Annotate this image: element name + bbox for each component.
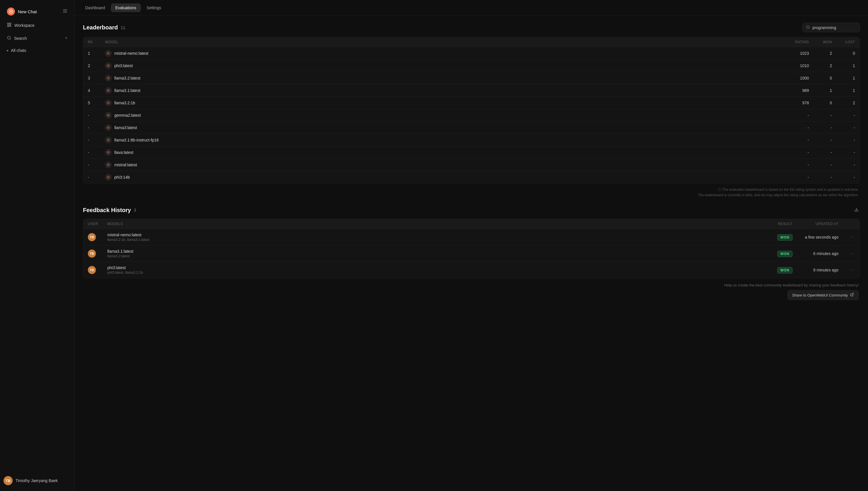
rank-cell: 4 — [83, 84, 100, 97]
feedback-user-avatar: TB — [88, 266, 96, 274]
tab-evaluations[interactable]: Evaluations — [111, 3, 141, 12]
share-external-icon — [850, 293, 854, 297]
svg-point-14 — [108, 53, 109, 54]
leaderboard-row: - gemma2:latest - - - — [83, 109, 860, 122]
feedback-row: TB phi3:latest phi3:latest, llama3.2:1b … — [83, 262, 860, 278]
svg-rect-5 — [7, 23, 9, 25]
model-cell: llama3:latest — [100, 122, 779, 134]
lost-cell: 0 — [837, 47, 860, 60]
sidebar: New Chat Workspace — [0, 0, 75, 491]
model-cell: llava:latest — [100, 146, 779, 159]
search-icon — [7, 36, 11, 41]
feedback-user-avatar: TB — [88, 250, 96, 258]
won-cell: - — [813, 171, 837, 183]
won-cell: - — [813, 122, 837, 134]
col-won: WON — [813, 37, 837, 47]
model-icon — [105, 87, 112, 94]
search-label: Search — [14, 36, 27, 40]
new-search-icon[interactable]: + — [64, 35, 68, 41]
model-cell: llama3.2:1b — [100, 97, 779, 109]
col-result: RESULT — [763, 219, 797, 229]
model-name: llama3:latest — [114, 125, 137, 130]
feedback-row: TB llama3.1:latest llama3.2:latest WON 6… — [83, 246, 860, 262]
feedback-user-cell: TB — [83, 229, 103, 246]
user-avatar: TB — [3, 476, 13, 485]
won-cell: 0 — [813, 97, 837, 109]
more-options-icon[interactable]: ··· — [848, 234, 855, 240]
model-icon — [105, 112, 112, 118]
rank-cell: - — [83, 171, 100, 183]
rating-cell: - — [779, 122, 813, 134]
rank-cell: - — [83, 159, 100, 171]
rating-cell: 1010 — [779, 60, 813, 72]
svg-point-9 — [7, 36, 10, 39]
leaderboard-table: RK MODEL RATING WON LOST 1 — [83, 37, 860, 183]
lost-cell: - — [837, 134, 860, 146]
model-cell: llama3.1:8b-instruct-fp16 — [100, 134, 779, 146]
rating-cell: 1000 — [779, 72, 813, 84]
won-cell: - — [813, 109, 837, 122]
model-icon — [105, 124, 112, 131]
feedback-table: USER MODELS RESULT UPDATED AT TB mistral… — [83, 219, 860, 278]
more-options-icon[interactable]: ··· — [848, 251, 855, 256]
logo-icon — [7, 7, 15, 16]
leaderboard-search-value: programming — [812, 25, 836, 30]
model-cell: mistral:latest — [100, 159, 779, 171]
col-rk: RK — [83, 37, 100, 47]
svg-point-1 — [10, 11, 12, 12]
leaderboard-row: 3 llama3.2:latest 1000 0 1 — [83, 72, 860, 84]
leaderboard-row: - llava:latest - - - — [83, 146, 860, 159]
feedback-table-wrapper: USER MODELS RESULT UPDATED AT TB mistral… — [83, 219, 860, 278]
menu-icon — [62, 8, 68, 15]
rank-cell: 2 — [83, 60, 100, 72]
feedback-row: TB mistral-nemo:latest llama3.2:1b, llam… — [83, 229, 860, 246]
leaderboard-row: 2 phi3:latest 1010 2 1 — [83, 60, 860, 72]
share-section: Help us create the best community leader… — [83, 283, 860, 300]
won-cell: 2 — [813, 60, 837, 72]
search-button[interactable]: Search + — [3, 32, 71, 44]
share-button[interactable]: Share to OpenWebUI Community — [787, 290, 859, 300]
new-chat-label: New Chat — [18, 9, 37, 14]
svg-line-10 — [10, 38, 11, 39]
leaderboard-row: - phi3:14b - - - — [83, 171, 860, 183]
more-options-icon[interactable]: ··· — [848, 267, 855, 273]
model-icon — [105, 137, 112, 143]
leaderboard-row: - llama3.1:8b-instruct-fp16 - - - — [83, 134, 860, 146]
tab-settings[interactable]: Settings — [142, 3, 166, 12]
all-chats-button[interactable]: ▸ All chats — [3, 45, 71, 56]
model-icon — [105, 162, 112, 168]
svg-rect-7 — [7, 25, 9, 27]
leaderboard-row: 5 llama3.2:1b 978 0 2 — [83, 97, 860, 109]
leaderboard-count: 11 — [121, 25, 125, 30]
workspace-label: Workspace — [14, 23, 35, 28]
download-icon[interactable] — [853, 206, 860, 214]
leaderboard-row: - mistral:latest - - - — [83, 159, 860, 171]
leaderboard-title: Leaderboard — [83, 24, 118, 31]
rating-cell: - — [779, 134, 813, 146]
model-name: llama3.2:1b — [114, 100, 135, 105]
user-profile-button[interactable]: TB Timothy Jaeryang Baek — [0, 472, 74, 489]
model-cell: gemma2:latest — [100, 109, 779, 122]
rank-cell: 1 — [83, 47, 100, 60]
top-nav: Dashboard Evaluations Settings — [75, 0, 868, 16]
model-name: phi3:latest — [114, 63, 133, 68]
svg-point-30 — [108, 152, 109, 153]
rank-cell: - — [83, 122, 100, 134]
new-chat-button[interactable]: New Chat — [3, 5, 71, 19]
lost-cell: - — [837, 122, 860, 134]
won-cell: 1 — [813, 84, 837, 97]
workspace-button[interactable]: Workspace — [3, 20, 71, 31]
feedback-models-cell: phi3:latest phi3:latest, llama3.2:1b — [103, 262, 763, 278]
leaderboard-row: 1 mistral-nemo:latest 1023 2 0 — [83, 47, 860, 60]
svg-point-11 — [807, 26, 809, 28]
rating-cell: 978 — [779, 97, 813, 109]
won-cell: - — [813, 134, 837, 146]
svg-point-24 — [108, 115, 109, 116]
tab-dashboard[interactable]: Dashboard — [81, 3, 110, 12]
rating-cell: 1023 — [779, 47, 813, 60]
feedback-user-avatar: TB — [88, 233, 96, 241]
leaderboard-search[interactable]: programming — [802, 23, 860, 32]
lost-cell: - — [837, 159, 860, 171]
feedback-updated-cell: 6 minutes ago — [797, 246, 843, 262]
lost-cell: 1 — [837, 84, 860, 97]
